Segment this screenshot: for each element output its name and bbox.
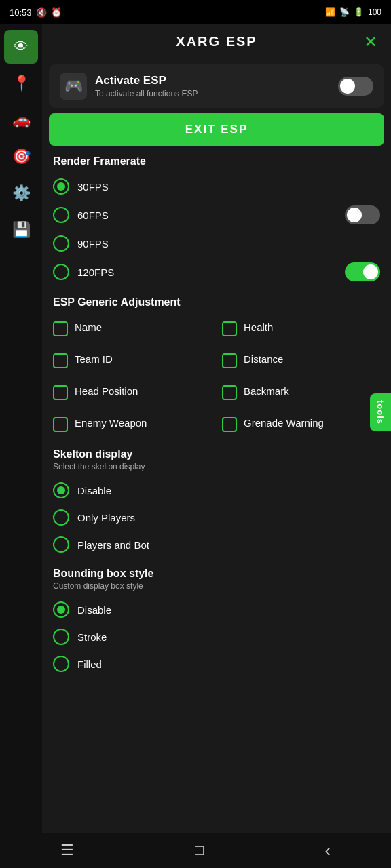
- radio-30fps: [53, 178, 69, 195]
- checkbox-headpos-box: [53, 385, 68, 400]
- bottom-nav-back[interactable]: ‹: [311, 835, 344, 867]
- sidebar-item-aim[interactable]: 🎯: [4, 140, 38, 174]
- signal-icon: 📶: [325, 7, 335, 17]
- app-title: XARG ESP: [176, 34, 257, 50]
- activate-esp-icon: 🎮: [60, 73, 87, 100]
- bbox-disable-label: Disable: [77, 604, 111, 616]
- activate-esp-title: Activate ESP: [95, 74, 330, 87]
- checkbox-backmark-box: [222, 385, 237, 400]
- fps-120-toggle[interactable]: [345, 262, 380, 281]
- radio-60fps: [53, 207, 69, 223]
- app-header: XARG ESP ✕: [42, 24, 391, 59]
- render-framerate-title: Render Framerate: [49, 155, 384, 167]
- bottom-nav: ☰ □ ‹: [0, 833, 391, 868]
- checkbox-team-id[interactable]: Team ID: [49, 346, 215, 375]
- checkbox-health-box: [222, 321, 237, 336]
- checkbox-enemyweapon-label: Enemy Weapon: [75, 416, 147, 430]
- battery-level: 100: [368, 7, 381, 17]
- float-tab[interactable]: tools: [370, 393, 391, 431]
- radio-skelton-disable: [53, 482, 69, 498]
- skelton-only-players-label: Only Players: [77, 512, 135, 524]
- alarm-icon: ⏰: [51, 7, 62, 18]
- sidebar-item-settings[interactable]: ⚙️: [4, 176, 38, 210]
- checkbox-health-label: Health: [244, 321, 273, 334]
- activate-esp-subtitle: To activate all functions ESP: [95, 89, 330, 98]
- checkbox-backmark[interactable]: Backmark: [218, 378, 384, 407]
- eye-icon: 👁: [14, 38, 29, 56]
- fps-option-90[interactable]: 90FPS: [42, 230, 391, 257]
- fps-120-label: 120FPS: [77, 267, 114, 278]
- fps-30-label: 30FPS: [77, 181, 109, 193]
- skelton-display-title: Skelton display: [49, 448, 384, 460]
- radio-skelton-only-players: [53, 509, 69, 526]
- mute-icon: 🔇: [36, 7, 47, 18]
- bottom-nav-home[interactable]: □: [181, 836, 217, 865]
- checkbox-distance-box: [222, 353, 237, 368]
- skelton-disable-option[interactable]: Disable: [42, 477, 391, 504]
- exit-esp-button[interactable]: EXIT ESP: [49, 113, 384, 146]
- bbox-filled-label: Filled: [77, 658, 102, 670]
- activate-esp-toggle[interactable]: [338, 77, 373, 96]
- float-tab-label: tools: [375, 400, 386, 425]
- chip-icon: 💾: [12, 221, 31, 239]
- checkbox-teamid-box: [53, 353, 68, 368]
- toggle-knob: [340, 79, 355, 94]
- radio-120fps: [53, 264, 69, 280]
- sidebar-item-chip[interactable]: 💾: [4, 213, 38, 247]
- sidebar-item-location[interactable]: 📍: [4, 66, 38, 100]
- checkbox-backmark-label: Backmark: [244, 384, 289, 398]
- menu-icon: ☰: [60, 842, 74, 859]
- skelton-disable-label: Disable: [77, 485, 111, 496]
- toggle-knob-120: [363, 264, 378, 279]
- checkbox-grenade-label: Grenade Warning: [244, 416, 324, 430]
- back-icon: ‹: [324, 840, 331, 861]
- battery-icon: 🔋: [354, 7, 364, 17]
- radio-bbox-filled: [53, 656, 69, 672]
- sidebar-item-car[interactable]: 🚗: [4, 103, 38, 137]
- skelton-players-bot-option[interactable]: Players and Bot: [42, 531, 391, 558]
- bounding-box-title: Bounding box style: [49, 568, 384, 580]
- skelton-display-subtitle: Select the skelton display: [49, 462, 384, 471]
- bbox-stroke-label: Stroke: [77, 631, 107, 643]
- bbox-filled-option[interactable]: Filled: [42, 650, 391, 677]
- checkbox-enemyweapon-box: [53, 417, 68, 432]
- checkbox-distance[interactable]: Distance: [218, 346, 384, 375]
- checkbox-health[interactable]: Health: [218, 314, 384, 343]
- checkbox-teamid-label: Team ID: [75, 353, 113, 366]
- checkbox-head-position[interactable]: Head Position: [49, 378, 215, 407]
- esp-generic-title: ESP Generic Adjustment: [49, 296, 384, 309]
- radio-90fps: [53, 235, 69, 252]
- status-time: 10:53: [10, 7, 32, 18]
- fps-option-60[interactable]: 60FPS: [42, 200, 391, 230]
- checkbox-distance-label: Distance: [244, 353, 283, 366]
- checkbox-headpos-label: Head Position: [75, 384, 138, 398]
- fps-60-toggle[interactable]: [345, 205, 380, 224]
- status-left: 10:53 🔇 ⏰: [10, 7, 62, 18]
- fps-60-label: 60FPS: [77, 210, 109, 221]
- wifi-icon: 📡: [339, 7, 350, 17]
- skelton-only-players-option[interactable]: Only Players: [42, 504, 391, 531]
- activate-esp-row: 🎮 Activate ESP To activate all functions…: [49, 64, 384, 108]
- radio-bbox-stroke: [53, 629, 69, 645]
- checkbox-grenade-box: [222, 417, 237, 432]
- checkbox-name[interactable]: Name: [49, 314, 215, 343]
- activate-esp-text: Activate ESP To activate all functions E…: [95, 74, 330, 98]
- checkbox-enemy-weapon[interactable]: Enemy Weapon: [49, 410, 215, 439]
- toggle-knob-60: [347, 208, 362, 222]
- bottom-nav-menu[interactable]: ☰: [47, 836, 88, 865]
- car-icon: 🚗: [12, 111, 31, 129]
- fps-option-120[interactable]: 120FPS: [42, 257, 391, 287]
- settings-icon: ⚙️: [12, 184, 31, 202]
- close-button[interactable]: ✕: [364, 33, 377, 52]
- sidebar-item-eye[interactable]: 👁: [4, 30, 38, 64]
- status-bar: 10:53 🔇 ⏰ 📶 📡 🔋 100: [0, 0, 391, 24]
- bbox-stroke-option[interactable]: Stroke: [42, 623, 391, 650]
- home-icon: □: [195, 842, 204, 859]
- bbox-disable-option[interactable]: Disable: [42, 596, 391, 623]
- radio-bbox-disable: [53, 601, 69, 618]
- fps-option-30[interactable]: 30FPS: [42, 173, 391, 200]
- checkbox-grenade-warning[interactable]: Grenade Warning: [218, 410, 384, 439]
- location-icon: 📍: [12, 75, 31, 92]
- sidebar: 👁 📍 🚗 🎯 ⚙️ 💾: [0, 24, 42, 833]
- skelton-players-bot-label: Players and Bot: [77, 539, 149, 551]
